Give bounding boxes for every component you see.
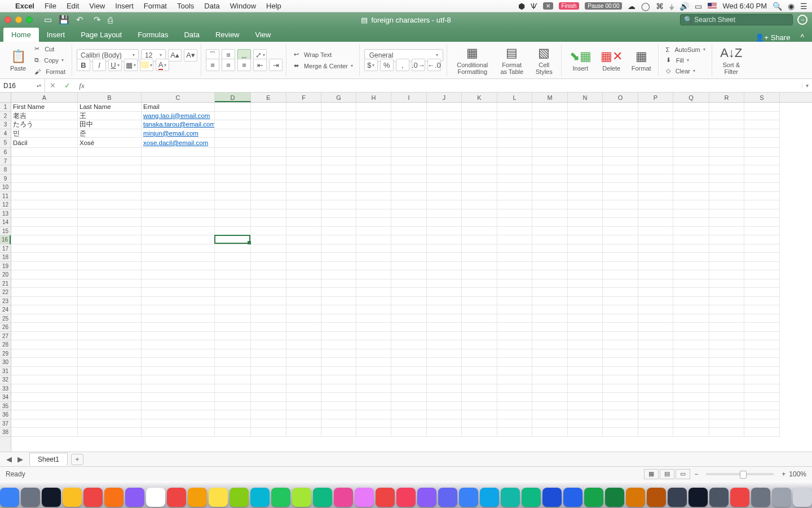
cell-P36[interactable] bbox=[638, 410, 673, 419]
dock-app-11[interactable] bbox=[230, 488, 249, 507]
cell-C27[interactable] bbox=[142, 332, 215, 341]
row-header-4[interactable]: 4 bbox=[0, 129, 11, 138]
cell-P27[interactable] bbox=[638, 332, 673, 341]
menu-help[interactable]: Help bbox=[266, 2, 281, 10]
cell-S20[interactable] bbox=[744, 270, 780, 279]
cell-L14[interactable] bbox=[497, 218, 532, 227]
dock-app-31[interactable] bbox=[647, 488, 666, 507]
cell-B3[interactable]: 田中 bbox=[78, 120, 142, 129]
cell-E34[interactable] bbox=[251, 393, 286, 402]
cancel-formula-icon[interactable]: ✕ bbox=[45, 81, 60, 90]
cell-K15[interactable] bbox=[462, 227, 497, 236]
row-header-32[interactable]: 32 bbox=[0, 375, 11, 384]
cell-A6[interactable] bbox=[11, 148, 78, 157]
cell-P20[interactable] bbox=[638, 270, 673, 279]
cell-K5[interactable] bbox=[462, 138, 497, 148]
cell-A16[interactable] bbox=[11, 235, 78, 244]
cell-R12[interactable] bbox=[709, 200, 744, 209]
cell-L9[interactable] bbox=[497, 174, 532, 183]
cell-G15[interactable] bbox=[321, 227, 356, 236]
cell-I28[interactable] bbox=[391, 340, 427, 349]
cell-J13[interactable] bbox=[427, 209, 462, 218]
menu-view[interactable]: View bbox=[89, 2, 105, 10]
cell-P28[interactable] bbox=[638, 340, 673, 349]
cell-J18[interactable] bbox=[427, 253, 462, 262]
cell-I32[interactable] bbox=[391, 375, 427, 384]
cell-I38[interactable] bbox=[391, 428, 427, 437]
cell-J12[interactable] bbox=[427, 200, 462, 209]
cell-B13[interactable] bbox=[78, 209, 142, 218]
cell-H37[interactable] bbox=[356, 419, 391, 428]
cell-B24[interactable] bbox=[78, 305, 142, 314]
cell-S18[interactable] bbox=[744, 253, 780, 262]
cell-O15[interactable] bbox=[603, 227, 638, 236]
cell-E11[interactable] bbox=[251, 192, 286, 201]
cell-D24[interactable] bbox=[215, 305, 251, 314]
column-header-A[interactable]: A bbox=[11, 93, 78, 102]
cell-I26[interactable] bbox=[391, 323, 427, 332]
cell-E7[interactable] bbox=[251, 157, 286, 166]
cell-J14[interactable] bbox=[427, 218, 462, 227]
cell-D36[interactable] bbox=[215, 410, 251, 419]
cell-M3[interactable] bbox=[532, 120, 568, 129]
cell-P31[interactable] bbox=[638, 367, 673, 376]
decrease-font-button[interactable]: A▾ bbox=[184, 49, 197, 62]
cell-M5[interactable] bbox=[532, 138, 568, 148]
cell-M12[interactable] bbox=[532, 200, 568, 209]
cell-L6[interactable] bbox=[497, 148, 532, 157]
select-all-button[interactable] bbox=[0, 93, 11, 103]
cell-K1[interactable] bbox=[462, 103, 497, 112]
cell-G24[interactable] bbox=[321, 305, 356, 314]
row-header-28[interactable]: 28 bbox=[0, 340, 11, 349]
cell-G31[interactable] bbox=[321, 367, 356, 376]
cell-S23[interactable] bbox=[744, 297, 780, 306]
cell-P14[interactable] bbox=[638, 218, 673, 227]
cell-Q6[interactable] bbox=[673, 148, 709, 157]
cell-S8[interactable] bbox=[744, 165, 780, 174]
cell-S30[interactable] bbox=[744, 358, 780, 367]
cell-S15[interactable] bbox=[744, 227, 780, 236]
cell-F16[interactable] bbox=[286, 235, 321, 244]
cell-C20[interactable] bbox=[142, 270, 215, 279]
cell-L32[interactable] bbox=[497, 375, 532, 384]
cell-H38[interactable] bbox=[356, 428, 391, 437]
cell-J27[interactable] bbox=[427, 332, 462, 341]
cell-F32[interactable] bbox=[286, 375, 321, 384]
sheet-tab-1[interactable]: Sheet1 bbox=[29, 453, 68, 466]
autosum-button[interactable]: Σ AutoSum▾ bbox=[663, 44, 708, 55]
cell-S14[interactable] bbox=[744, 218, 780, 227]
cell-N16[interactable] bbox=[568, 235, 603, 244]
cell-M37[interactable] bbox=[532, 419, 568, 428]
cell-G11[interactable] bbox=[321, 192, 356, 201]
cell-J5[interactable] bbox=[427, 138, 462, 148]
cell-K31[interactable] bbox=[462, 367, 497, 376]
cell-K20[interactable] bbox=[462, 270, 497, 279]
cell-S5[interactable] bbox=[744, 138, 780, 148]
cell-C3[interactable]: tanaka.tarou@email.com bbox=[142, 120, 215, 129]
cell-N32[interactable] bbox=[568, 375, 603, 384]
cell-G30[interactable] bbox=[321, 358, 356, 367]
cell-A14[interactable] bbox=[11, 218, 78, 227]
cell-I18[interactable] bbox=[391, 253, 427, 262]
cell-I4[interactable] bbox=[391, 129, 427, 138]
cell-B20[interactable] bbox=[78, 270, 142, 279]
cell-H9[interactable] bbox=[356, 174, 391, 183]
cell-Q34[interactable] bbox=[673, 393, 709, 402]
cell-Q28[interactable] bbox=[673, 340, 709, 349]
cell-J29[interactable] bbox=[427, 349, 462, 358]
cell-O13[interactable] bbox=[603, 209, 638, 218]
cell-E27[interactable] bbox=[251, 332, 286, 341]
cell-R23[interactable] bbox=[709, 297, 744, 306]
spotlight-icon[interactable]: 🔍 bbox=[773, 2, 782, 11]
row-header-10[interactable]: 10 bbox=[0, 183, 11, 192]
cell-D33[interactable] bbox=[215, 384, 251, 393]
cell-M24[interactable] bbox=[532, 305, 568, 314]
cell-C2[interactable]: wang.lao.ji@email.com bbox=[142, 112, 215, 121]
cell-J1[interactable] bbox=[427, 103, 462, 112]
cell-G17[interactable] bbox=[321, 244, 356, 253]
cell-P30[interactable] bbox=[638, 358, 673, 367]
cell-R18[interactable] bbox=[709, 253, 744, 262]
cell-P15[interactable] bbox=[638, 227, 673, 236]
cell-P1[interactable] bbox=[638, 103, 673, 112]
cell-O23[interactable] bbox=[603, 297, 638, 306]
